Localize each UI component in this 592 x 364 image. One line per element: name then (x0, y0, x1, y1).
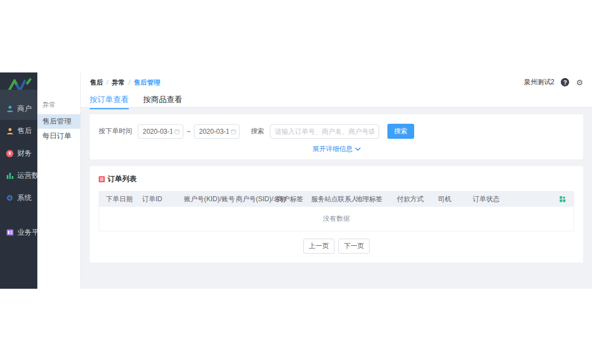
chevron-down-icon (355, 147, 361, 151)
date-to-input[interactable] (194, 124, 240, 139)
sidebar-item-finance[interactable]: ¥ 财务 (0, 142, 37, 164)
sidebar-item-system[interactable]: ⚙ 系统 (0, 187, 37, 209)
sidebar-item-label: 财务 (17, 148, 32, 158)
app-window: 商户 售后 ¥ 财务 运营数据 ⚙ 系统 (0, 72, 592, 289)
column-header-order-date: 下单日期 (99, 195, 142, 204)
breadcrumb: 售后/异常/售后管理 (90, 78, 583, 88)
submenu-group-label: 异常 (37, 72, 80, 114)
filter-card: 按下单时间 ~ 搜索 搜索 展开详细信息 (90, 114, 583, 159)
search-label: 搜索 (251, 127, 264, 136)
expand-details-link[interactable]: 展开详细信息 (313, 144, 361, 154)
sidebar-divider-space (0, 209, 37, 221)
filter-row: 按下单时间 ~ 搜索 搜索 (99, 124, 574, 139)
column-header-geo-tags: 地理标签 (356, 195, 397, 204)
pagination: 上一页 下一页 (99, 239, 574, 254)
column-settings-icon[interactable] (560, 196, 574, 202)
sidebar-item-operations-data[interactable]: 运营数据 (0, 164, 37, 187)
calendar-icon (231, 128, 236, 135)
platform-icon (6, 229, 14, 237)
prev-page-button[interactable]: 上一页 (303, 239, 334, 254)
user-area: 泉州测试2 ? ⚙ (524, 77, 583, 87)
expand-row: 展开详细信息 (99, 143, 574, 154)
column-header-driver: 司机 (438, 195, 473, 204)
sidebar-item-label: 售后 (17, 126, 32, 136)
primary-sidebar: 商户 售后 ¥ 财务 运营数据 ⚙ 系统 (0, 72, 37, 289)
submenu-item-daily-orders[interactable]: 每日订单 (37, 129, 80, 143)
username[interactable]: 泉州测试2 (524, 77, 555, 87)
card-title: 订单列表 (99, 174, 574, 184)
logo-icon (6, 77, 32, 93)
sidebar-item-aftersales[interactable]: 售后 (0, 120, 37, 142)
next-page-button[interactable]: 下一页 (338, 239, 370, 254)
column-header-order-id: 订单ID (142, 195, 184, 204)
order-list-card: 订单列表 下单日期 订单ID 账户号(KID)/账号 商户号(SID)/名称 商… (90, 166, 583, 263)
view-tabs: 按订单查看 按商品查看 (90, 95, 583, 109)
column-header-merchant-tags: 商户标签 (276, 195, 311, 204)
column-header-payment-method: 付款方式 (397, 195, 438, 204)
system-gear-icon: ⚙ (6, 194, 14, 202)
list-icon (99, 176, 105, 182)
sidebar-item-label: 系统 (17, 193, 32, 203)
table-header-row: 下单日期 订单ID 账户号(KID)/账号 商户号(SID)/名称 商户标签 服… (99, 192, 574, 207)
sidebar-item-merchant[interactable]: 商户 (0, 98, 37, 120)
breadcrumb-item-aftersales[interactable]: 售后 (90, 79, 103, 86)
aftersales-icon (6, 127, 14, 135)
column-header-station-contact: 服务站点联系人 (311, 195, 356, 204)
page-header: 售后/异常/售后管理 泉州测试2 ? ⚙ 按订单查看 按商品查看 (81, 72, 592, 108)
breadcrumb-item-current[interactable]: 售后管理 (134, 79, 161, 86)
breadcrumb-separator: / (128, 79, 130, 86)
finance-icon: ¥ (6, 149, 14, 158)
sidebar-nav: 商户 售后 ¥ 财务 运营数据 ⚙ 系统 (0, 98, 37, 244)
orders-table: 下单日期 订单ID 账户号(KID)/账号 商户号(SID)/名称 商户标签 服… (99, 191, 574, 231)
calendar-icon (174, 128, 180, 135)
help-icon[interactable]: ? (561, 78, 569, 86)
date-to-field[interactable] (199, 128, 229, 135)
operations-icon (6, 172, 14, 180)
content-area: 按下单时间 ~ 搜索 搜索 展开详细信息 (81, 108, 592, 289)
breadcrumb-item-abnormal[interactable]: 异常 (111, 79, 125, 86)
sidebar-item-business-platform[interactable]: 业务平台 (0, 221, 37, 244)
submenu-item-aftersales-management[interactable]: 售后管理 (37, 114, 80, 129)
app-logo[interactable] (0, 72, 37, 98)
sidebar-item-label: 商户 (17, 104, 32, 114)
search-button[interactable]: 搜索 (387, 124, 414, 139)
table-empty-row: 没有数据 (99, 207, 574, 231)
merchant-icon (6, 105, 14, 113)
empty-state-text: 没有数据 (323, 214, 350, 224)
date-from-input[interactable] (138, 124, 183, 139)
tab-view-by-order[interactable]: 按订单查看 (90, 95, 129, 109)
column-header-merchant-sid: 商户号(SID)/名称 (236, 195, 276, 204)
expand-details-label: 展开详细信息 (313, 144, 353, 154)
date-from-field[interactable] (143, 128, 172, 135)
settings-gear-icon[interactable]: ⚙ (576, 79, 583, 86)
secondary-sidebar: 异常 售后管理 每日订单 (37, 72, 81, 289)
breadcrumb-separator: / (106, 79, 108, 86)
card-title-text: 订单列表 (108, 174, 137, 184)
tab-view-by-product[interactable]: 按商品查看 (143, 95, 182, 109)
column-header-order-status: 订单状态 (473, 195, 545, 204)
main-area: 售后/异常/售后管理 泉州测试2 ? ⚙ 按订单查看 按商品查看 按下单时间 (81, 72, 592, 289)
search-input[interactable] (270, 124, 379, 139)
date-filter-label: 按下单时间 (99, 127, 132, 136)
column-header-account-kid: 账户号(KID)/账号 (184, 195, 236, 204)
date-range-separator: ~ (187, 128, 191, 135)
